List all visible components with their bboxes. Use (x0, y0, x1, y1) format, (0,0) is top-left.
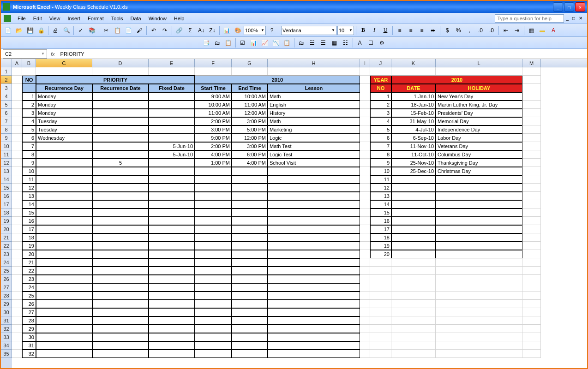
row-header-5[interactable]: 5 (1, 101, 12, 109)
cell-E35[interactable] (149, 350, 195, 358)
row-header-33[interactable]: 33 (1, 333, 12, 341)
cell-B27[interactable]: 24 (22, 283, 36, 292)
row-header-16[interactable]: 16 (1, 192, 12, 200)
formula-bar[interactable]: PRIORITY (59, 51, 587, 57)
merge-button[interactable]: ⬌ (428, 25, 438, 36)
cell-F17[interactable] (195, 200, 232, 208)
cell-L17[interactable] (436, 200, 522, 208)
increase-decimal-button[interactable]: .0 (475, 25, 486, 36)
cell-C3[interactable]: Recurrence Day (36, 84, 92, 92)
row-header-34[interactable]: 34 (1, 341, 12, 350)
cell-C34[interactable] (36, 341, 92, 350)
cell-B12[interactable]: 9 (22, 159, 36, 167)
cell-H17[interactable] (268, 200, 360, 208)
cell-F21[interactable] (195, 233, 232, 242)
cell-H33[interactable] (268, 333, 360, 341)
cell-D18[interactable] (92, 208, 149, 217)
cell-D35[interactable] (92, 350, 149, 358)
cell-K2[interactable]: 2010 (391, 76, 522, 84)
cell-B23[interactable]: 20 (22, 250, 36, 258)
cell-F24[interactable] (195, 258, 232, 267)
cell-H6[interactable]: History (268, 109, 360, 117)
bold-button[interactable]: B (358, 25, 368, 36)
cell-J20[interactable]: 17 (370, 225, 391, 233)
cell-B34[interactable]: 31 (22, 341, 36, 350)
row-header-25[interactable]: 25 (1, 267, 12, 275)
cell-G11[interactable]: 6:00 PM (232, 150, 268, 159)
cell-F6[interactable]: 11:00 AM (195, 109, 232, 117)
cell-B29[interactable]: 26 (22, 300, 36, 308)
cell-F8[interactable]: 3:00 PM (195, 125, 232, 134)
cell-L14[interactable] (436, 175, 522, 184)
cell-B31[interactable]: 28 (22, 316, 36, 325)
cell-G14[interactable] (232, 175, 268, 184)
custom-tool-8[interactable]: 📋 (282, 38, 292, 48)
cell-B16[interactable]: 13 (22, 192, 36, 200)
cell-F9[interactable]: 9:00 PM (195, 134, 232, 142)
col-header-K[interactable]: K (391, 59, 436, 67)
cell-B6[interactable]: 3 (22, 109, 36, 117)
cell-H24[interactable] (268, 258, 360, 267)
cell-L4[interactable]: New Year's Day (436, 92, 522, 101)
cell-E21[interactable] (149, 233, 195, 242)
cell-C23[interactable] (36, 250, 92, 258)
cell-C20[interactable] (36, 225, 92, 233)
mdi-close[interactable]: ✕ (577, 16, 584, 21)
cell-L13[interactable]: Christmas Day (436, 167, 522, 175)
cell-L18[interactable] (436, 208, 522, 217)
cell-B9[interactable]: 6 (22, 134, 36, 142)
cell-D16[interactable] (92, 192, 149, 200)
cell-J19[interactable]: 16 (370, 217, 391, 225)
cell-C11[interactable] (36, 150, 92, 159)
cell-J9[interactable]: 6 (370, 134, 391, 142)
custom-tool-6[interactable]: 📈 (260, 38, 270, 48)
cell-D12[interactable]: 5 (92, 159, 149, 167)
custom-tool-4[interactable]: ☑ (238, 38, 248, 48)
cell-K18[interactable] (391, 208, 436, 217)
cell-C29[interactable] (36, 300, 92, 308)
cell-H31[interactable] (268, 316, 360, 325)
row-header-17[interactable]: 17 (1, 200, 12, 208)
row-header-14[interactable]: 14 (1, 175, 12, 184)
row-header-11[interactable]: 11 (1, 150, 12, 159)
cell-J11[interactable]: 8 (370, 150, 391, 159)
currency-button[interactable]: $ (442, 25, 452, 36)
menu-view[interactable]: View (46, 15, 64, 22)
cell-K8[interactable]: 4-Jul-10 (391, 125, 436, 134)
cell-J6[interactable]: 3 (370, 109, 391, 117)
cell-G34[interactable] (232, 341, 268, 350)
cell-E33[interactable] (149, 333, 195, 341)
borders-button[interactable]: ▦ (526, 25, 536, 36)
workbook-icon[interactable] (4, 15, 11, 22)
minimize-button[interactable]: _ (553, 2, 563, 12)
cell-E22[interactable] (149, 242, 195, 250)
undo-button[interactable]: ↶ (149, 25, 159, 36)
col-header-E[interactable]: E (149, 59, 195, 67)
comma-button[interactable]: , (464, 25, 474, 36)
cell-G29[interactable] (232, 300, 268, 308)
cell-F18[interactable] (195, 208, 232, 217)
cell-E29[interactable] (149, 300, 195, 308)
cell-J10[interactable]: 7 (370, 142, 391, 150)
cell-D13[interactable] (92, 167, 149, 175)
cell-K6[interactable]: 15-Feb-10 (391, 109, 436, 117)
cell-H15[interactable] (268, 184, 360, 192)
fx-icon[interactable]: fx (51, 51, 55, 57)
cell-G9[interactable]: 12:00 PM (232, 134, 268, 142)
cell-K19[interactable] (391, 217, 436, 225)
chart-button[interactable]: 📊 (222, 25, 232, 36)
cell-F16[interactable] (195, 192, 232, 200)
cell-J18[interactable]: 15 (370, 208, 391, 217)
row-header-12[interactable]: 12 (1, 159, 12, 167)
cell-K11[interactable]: 11-Oct-10 (391, 150, 436, 159)
underline-button[interactable]: U (380, 25, 390, 36)
cell-D6[interactable] (92, 109, 149, 117)
cell-H5[interactable]: English (268, 101, 360, 109)
cell-D34[interactable] (92, 341, 149, 350)
cell-G20[interactable] (232, 225, 268, 233)
cell-F12[interactable]: 1:00 PM (195, 159, 232, 167)
cell-H4[interactable]: Math (268, 92, 360, 101)
cell-F4[interactable]: 9:00 AM (195, 92, 232, 101)
custom-tool-15[interactable]: ☐ (366, 38, 376, 48)
cell-K3[interactable]: DATE (391, 84, 436, 92)
